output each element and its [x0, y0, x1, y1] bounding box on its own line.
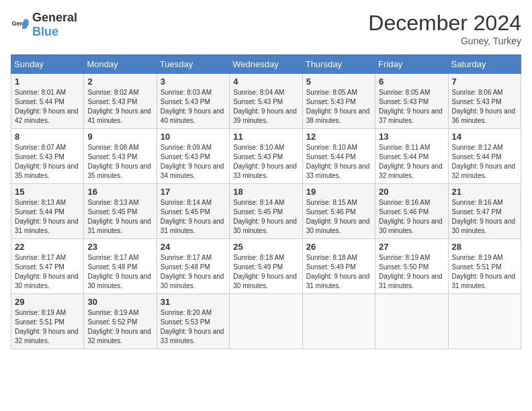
col-thursday: Thursday [302, 55, 375, 74]
day-cell-7: 7 Sunrise: 8:06 AM Sunset: 5:43 PM Dayli… [448, 74, 521, 129]
calendar-row-2: 8 Sunrise: 8:07 AM Sunset: 5:43 PM Dayli… [11, 129, 521, 184]
day-info: Sunrise: 8:19 AM Sunset: 5:51 PM Dayligh… [452, 253, 517, 291]
day-number: 7 [452, 77, 517, 87]
logo-icon: General [11, 15, 30, 34]
day-number: 6 [379, 77, 444, 87]
location: Guney, Turkey [368, 36, 521, 46]
day-info: Sunrise: 8:09 AM Sunset: 5:43 PM Dayligh… [161, 143, 226, 181]
day-number: 11 [233, 132, 298, 142]
day-info: Sunrise: 8:17 AM Sunset: 5:47 PM Dayligh… [15, 253, 80, 291]
day-info: Sunrise: 8:19 AM Sunset: 5:52 PM Dayligh… [87, 308, 152, 346]
day-info: Sunrise: 8:14 AM Sunset: 5:45 PM Dayligh… [161, 198, 226, 236]
day-cell-28: 28 Sunrise: 8:19 AM Sunset: 5:51 PM Dayl… [448, 239, 521, 294]
calendar-row-3: 15 Sunrise: 8:13 AM Sunset: 5:44 PM Dayl… [11, 184, 521, 239]
day-number: 10 [161, 132, 226, 142]
day-info: Sunrise: 8:16 AM Sunset: 5:46 PM Dayligh… [379, 198, 444, 236]
day-cell-3: 3 Sunrise: 8:03 AM Sunset: 5:43 PM Dayli… [157, 74, 229, 129]
day-cell-14: 14 Sunrise: 8:12 AM Sunset: 5:44 PM Dayl… [448, 129, 521, 184]
day-info: Sunrise: 8:17 AM Sunset: 5:48 PM Dayligh… [161, 253, 226, 291]
day-cell-21: 21 Sunrise: 8:16 AM Sunset: 5:47 PM Dayl… [448, 184, 521, 239]
day-info: Sunrise: 8:07 AM Sunset: 5:43 PM Dayligh… [15, 143, 80, 181]
empty-cell [230, 294, 302, 349]
logo-blue: Blue [32, 25, 58, 38]
day-info: Sunrise: 8:19 AM Sunset: 5:51 PM Dayligh… [15, 308, 80, 346]
day-cell-22: 22 Sunrise: 8:17 AM Sunset: 5:47 PM Dayl… [11, 239, 84, 294]
day-info: Sunrise: 8:18 AM Sunset: 5:49 PM Dayligh… [306, 253, 371, 291]
day-info: Sunrise: 8:17 AM Sunset: 5:48 PM Dayligh… [87, 253, 152, 291]
day-info: Sunrise: 8:13 AM Sunset: 5:45 PM Dayligh… [87, 198, 152, 236]
day-number: 1 [15, 77, 80, 87]
day-info: Sunrise: 8:19 AM Sunset: 5:50 PM Dayligh… [379, 253, 444, 291]
day-info: Sunrise: 8:05 AM Sunset: 5:43 PM Dayligh… [379, 88, 444, 126]
day-info: Sunrise: 8:10 AM Sunset: 5:43 PM Dayligh… [233, 143, 298, 181]
day-info: Sunrise: 8:03 AM Sunset: 5:43 PM Dayligh… [161, 88, 226, 126]
logo: General General Blue [11, 11, 77, 39]
day-number: 27 [379, 242, 444, 252]
title-area: December 2024 Guney, Turkey [368, 11, 521, 46]
day-number: 5 [306, 77, 371, 87]
day-cell-1: 1 Sunrise: 8:01 AM Sunset: 5:44 PM Dayli… [11, 74, 84, 129]
col-friday: Friday [375, 55, 448, 74]
calendar-table: Sunday Monday Tuesday Wednesday Thursday… [11, 54, 521, 349]
day-cell-17: 17 Sunrise: 8:14 AM Sunset: 5:45 PM Dayl… [157, 184, 229, 239]
empty-cell [448, 294, 521, 349]
day-info: Sunrise: 8:18 AM Sunset: 5:49 PM Dayligh… [233, 253, 298, 291]
day-cell-8: 8 Sunrise: 8:07 AM Sunset: 5:43 PM Dayli… [11, 129, 84, 184]
day-number: 3 [161, 77, 226, 87]
col-wednesday: Wednesday [230, 55, 302, 74]
day-info: Sunrise: 8:06 AM Sunset: 5:43 PM Dayligh… [452, 88, 517, 126]
day-cell-31: 31 Sunrise: 8:20 AM Sunset: 5:53 PM Dayl… [157, 294, 229, 349]
day-number: 15 [15, 187, 80, 197]
logo-text: General Blue [32, 11, 77, 39]
day-info: Sunrise: 8:02 AM Sunset: 5:43 PM Dayligh… [87, 88, 152, 126]
day-info: Sunrise: 8:12 AM Sunset: 5:44 PM Dayligh… [452, 143, 517, 181]
day-number: 18 [233, 187, 298, 197]
day-number: 12 [306, 132, 371, 142]
day-number: 14 [452, 132, 517, 142]
day-info: Sunrise: 8:15 AM Sunset: 5:46 PM Dayligh… [306, 198, 371, 236]
day-number: 9 [87, 132, 152, 142]
day-info: Sunrise: 8:05 AM Sunset: 5:43 PM Dayligh… [306, 88, 371, 126]
day-number: 23 [87, 242, 152, 252]
calendar-row-1: 1 Sunrise: 8:01 AM Sunset: 5:44 PM Dayli… [11, 74, 521, 129]
day-cell-13: 13 Sunrise: 8:11 AM Sunset: 5:44 PM Dayl… [375, 129, 448, 184]
day-info: Sunrise: 8:08 AM Sunset: 5:43 PM Dayligh… [87, 143, 152, 181]
day-info: Sunrise: 8:13 AM Sunset: 5:44 PM Dayligh… [15, 198, 80, 236]
day-number: 17 [161, 187, 226, 197]
day-number: 21 [452, 187, 517, 197]
day-cell-2: 2 Sunrise: 8:02 AM Sunset: 5:43 PM Dayli… [84, 74, 157, 129]
day-number: 24 [161, 242, 226, 252]
day-cell-4: 4 Sunrise: 8:04 AM Sunset: 5:43 PM Dayli… [230, 74, 302, 129]
day-number: 26 [306, 242, 371, 252]
day-number: 16 [87, 187, 152, 197]
month-title: December 2024 [368, 11, 521, 36]
day-info: Sunrise: 8:11 AM Sunset: 5:44 PM Dayligh… [379, 143, 444, 181]
col-tuesday: Tuesday [157, 55, 229, 74]
calendar-row-4: 22 Sunrise: 8:17 AM Sunset: 5:47 PM Dayl… [11, 239, 521, 294]
day-cell-30: 30 Sunrise: 8:19 AM Sunset: 5:52 PM Dayl… [84, 294, 157, 349]
empty-cell [302, 294, 375, 349]
day-cell-19: 19 Sunrise: 8:15 AM Sunset: 5:46 PM Dayl… [302, 184, 375, 239]
day-number: 20 [379, 187, 444, 197]
logo-general: General [32, 11, 77, 24]
day-info: Sunrise: 8:01 AM Sunset: 5:44 PM Dayligh… [15, 88, 80, 126]
day-number: 13 [379, 132, 444, 142]
day-cell-9: 9 Sunrise: 8:08 AM Sunset: 5:43 PM Dayli… [84, 129, 157, 184]
day-number: 4 [233, 77, 298, 87]
day-number: 31 [161, 297, 226, 307]
day-number: 29 [15, 297, 80, 307]
empty-cell [375, 294, 448, 349]
day-cell-23: 23 Sunrise: 8:17 AM Sunset: 5:48 PM Dayl… [84, 239, 157, 294]
day-cell-11: 11 Sunrise: 8:10 AM Sunset: 5:43 PM Dayl… [230, 129, 302, 184]
day-cell-26: 26 Sunrise: 8:18 AM Sunset: 5:49 PM Dayl… [302, 239, 375, 294]
day-info: Sunrise: 8:04 AM Sunset: 5:43 PM Dayligh… [233, 88, 298, 126]
day-cell-29: 29 Sunrise: 8:19 AM Sunset: 5:51 PM Dayl… [11, 294, 84, 349]
day-cell-12: 12 Sunrise: 8:10 AM Sunset: 5:44 PM Dayl… [302, 129, 375, 184]
day-cell-6: 6 Sunrise: 8:05 AM Sunset: 5:43 PM Dayli… [375, 74, 448, 129]
col-saturday: Saturday [448, 55, 521, 74]
calendar-header-row: Sunday Monday Tuesday Wednesday Thursday… [11, 55, 521, 74]
col-monday: Monday [84, 55, 157, 74]
day-number: 28 [452, 242, 517, 252]
day-cell-20: 20 Sunrise: 8:16 AM Sunset: 5:46 PM Dayl… [375, 184, 448, 239]
day-cell-15: 15 Sunrise: 8:13 AM Sunset: 5:44 PM Dayl… [11, 184, 84, 239]
